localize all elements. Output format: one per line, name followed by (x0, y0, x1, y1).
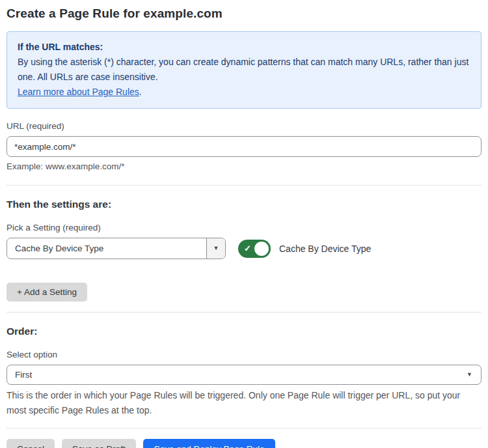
setting-select[interactable]: Cache By Device Type ▼ (7, 238, 226, 259)
chevron-down-icon: ▼ (467, 372, 472, 378)
callout-heading: If the URL matches: (18, 40, 470, 55)
url-match-info-callout: If the URL matches: By using the asteris… (7, 31, 481, 109)
save-as-draft-button[interactable]: Save as Draft (62, 439, 136, 448)
order-section-heading: Order: (7, 326, 481, 337)
toggle-label: Cache By Device Type (279, 244, 371, 254)
cache-by-device-type-toggle[interactable]: ✓ (238, 240, 271, 258)
divider (7, 185, 481, 186)
order-select[interactable]: First ▼ (7, 365, 481, 385)
page-title: Create a Page Rule for example.com (7, 7, 481, 21)
url-example-helper: Example: www.example.com/* (7, 161, 481, 171)
pick-setting-label: Pick a Setting (required) (7, 223, 481, 232)
chevron-down-icon: ▼ (213, 245, 219, 251)
setting-row: Cache By Device Type ▼ ✓ Cache By Device… (7, 238, 481, 259)
divider (7, 428, 481, 428)
callout-link-line: Learn more about Page Rules. (18, 85, 470, 100)
settings-section-heading: Then the settings are: (7, 199, 481, 210)
add-setting-button[interactable]: + Add a Setting (7, 283, 87, 301)
url-field-label: URL (required) (7, 121, 481, 131)
toggle-check-icon: ✓ (244, 244, 251, 253)
setting-select-value: Cache By Device Type (7, 238, 206, 259)
toggle-knob (254, 242, 269, 256)
setting-select-arrow-button[interactable]: ▼ (206, 238, 225, 259)
divider (7, 312, 481, 313)
order-select-value: First (15, 370, 32, 380)
learn-more-link[interactable]: Learn more about Page Rules (18, 87, 139, 97)
save-and-deploy-button[interactable]: Save and Deploy Page Rule (143, 439, 276, 448)
link-period: . (139, 87, 142, 97)
create-page-rule-form: Create a Page Rule for example.com If th… (0, 0, 488, 448)
order-select-label: Select option (7, 350, 481, 359)
order-helper-text: This is the order in which your Page Rul… (7, 388, 478, 418)
callout-body: By using the asterisk (*) character, you… (18, 55, 470, 85)
footer-actions: Cancel Save as Draft Save and Deploy Pag… (7, 439, 481, 448)
url-input[interactable] (7, 136, 481, 157)
cancel-button[interactable]: Cancel (7, 439, 55, 448)
